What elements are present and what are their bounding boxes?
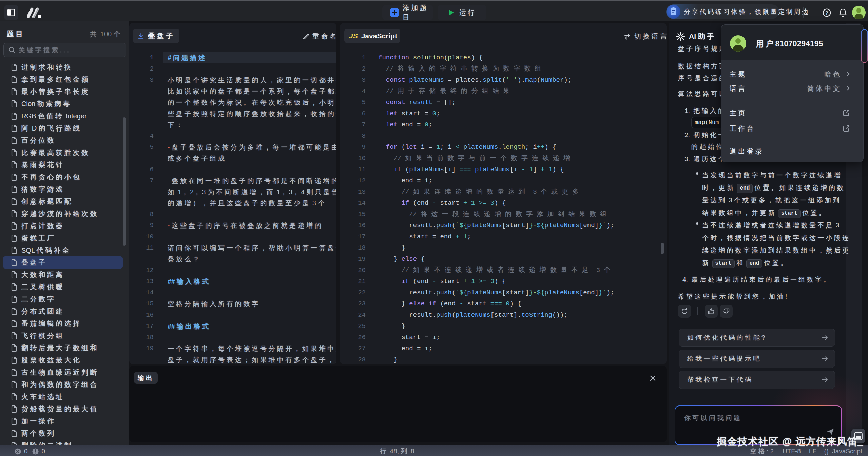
svg-text:?: ?	[825, 10, 828, 16]
